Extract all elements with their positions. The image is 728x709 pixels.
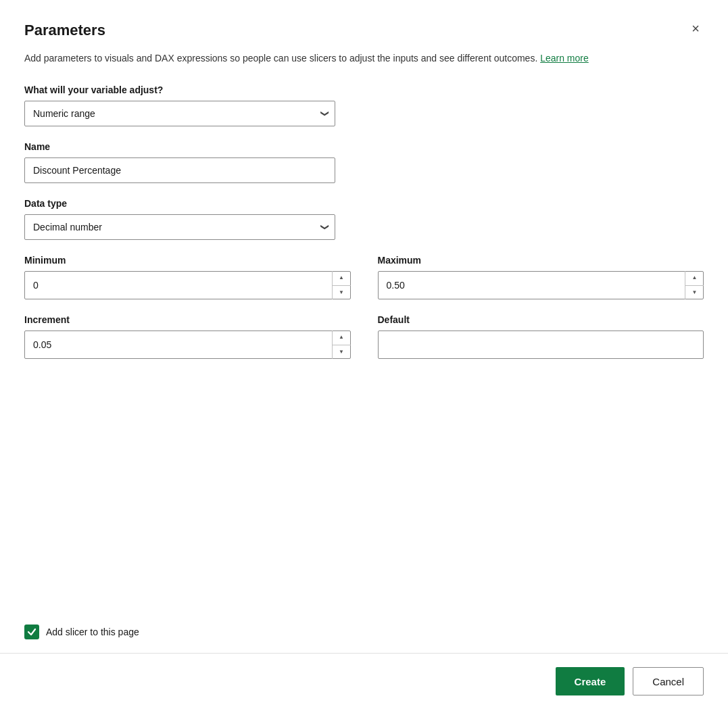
variable-adjust-group: What will your variable adjust? Numeric … xyxy=(24,84,704,126)
maximum-spinner: ▲ ▼ xyxy=(685,271,704,299)
increment-input-wrapper: ▲ ▼ xyxy=(24,331,351,359)
maximum-input-wrapper: ▲ ▼ xyxy=(378,271,704,299)
min-max-row: Minimum ▲ ▼ Maximum ▲ ▼ xyxy=(24,255,704,314)
increment-group: Increment ▲ ▼ xyxy=(24,314,351,359)
minimum-input[interactable] xyxy=(24,271,351,299)
variable-select-wrapper: Numeric rangeList of valuesBoolean ❯ xyxy=(24,101,335,126)
data-type-select[interactable]: Decimal numberWhole numberDateText xyxy=(24,214,335,240)
dialog-title: Parameters xyxy=(24,22,105,39)
minimum-group: Minimum ▲ ▼ xyxy=(24,255,351,299)
name-label: Name xyxy=(24,141,704,152)
increment-label: Increment xyxy=(24,314,351,325)
increment-increment-btn[interactable]: ▲ xyxy=(333,331,351,345)
minimum-spinner: ▲ ▼ xyxy=(332,271,351,299)
checkmark-icon xyxy=(27,627,37,637)
increment-input[interactable] xyxy=(24,331,351,359)
minimum-label: Minimum xyxy=(24,255,351,266)
add-slicer-row: Add slicer to this page xyxy=(0,611,728,653)
dialog-body: Parameters × Add parameters to visuals a… xyxy=(0,0,728,611)
minimum-input-wrapper: ▲ ▼ xyxy=(24,271,351,299)
add-slicer-checkbox[interactable] xyxy=(24,625,39,639)
add-slicer-label[interactable]: Add slicer to this page xyxy=(46,627,139,637)
default-input[interactable] xyxy=(378,331,704,359)
maximum-group: Maximum ▲ ▼ xyxy=(378,255,704,299)
description-text: Add parameters to visuals and DAX expres… xyxy=(24,51,704,66)
data-type-label: Data type xyxy=(24,198,704,209)
close-button[interactable]: × xyxy=(687,20,704,36)
maximum-decrement-btn[interactable]: ▼ xyxy=(685,286,704,300)
parameters-dialog: Parameters × Add parameters to visuals a… xyxy=(0,0,728,709)
dialog-footer: Create Cancel xyxy=(0,654,728,709)
name-input[interactable] xyxy=(24,157,335,183)
learn-more-link[interactable]: Learn more xyxy=(540,53,589,64)
description-main: Add parameters to visuals and DAX expres… xyxy=(24,53,537,64)
default-label: Default xyxy=(378,314,704,325)
maximum-increment-btn[interactable]: ▲ xyxy=(685,271,704,286)
maximum-input[interactable] xyxy=(378,271,704,299)
data-type-select-wrapper: Decimal numberWhole numberDateText ❯ xyxy=(24,214,335,240)
name-group: Name xyxy=(24,141,704,183)
variable-label: What will your variable adjust? xyxy=(24,84,704,95)
default-input-wrapper xyxy=(378,331,704,359)
maximum-label: Maximum xyxy=(378,255,704,266)
create-button[interactable]: Create xyxy=(556,667,625,695)
increment-decrement-btn[interactable]: ▼ xyxy=(333,345,351,360)
data-type-group: Data type Decimal numberWhole numberDate… xyxy=(24,198,704,240)
increment-spinner: ▲ ▼ xyxy=(332,331,351,359)
minimum-decrement-btn[interactable]: ▼ xyxy=(333,286,351,300)
cancel-button[interactable]: Cancel xyxy=(633,667,704,695)
default-group: Default xyxy=(378,314,704,359)
increment-default-row: Increment ▲ ▼ Default xyxy=(24,314,704,374)
variable-select[interactable]: Numeric rangeList of valuesBoolean xyxy=(24,101,335,126)
minimum-increment-btn[interactable]: ▲ xyxy=(333,271,351,286)
dialog-header: Parameters × xyxy=(24,22,704,39)
